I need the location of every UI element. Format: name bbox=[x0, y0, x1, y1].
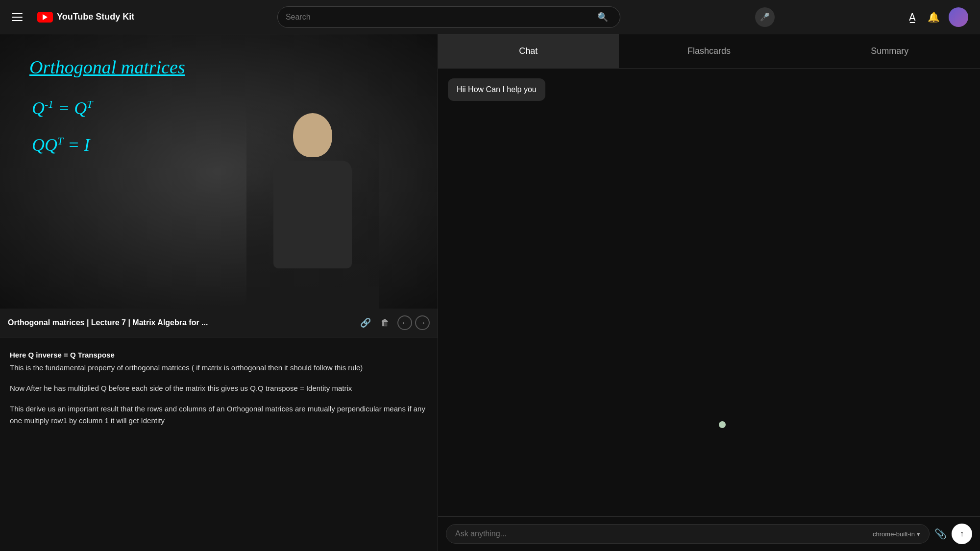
avatar[interactable] bbox=[949, 7, 968, 27]
app-title: YouTube Study Kit bbox=[57, 12, 134, 22]
chat-input[interactable] bbox=[455, 529, 868, 538]
search-icon: 🔍 bbox=[597, 12, 608, 22]
chat-input-bar: chrome-built-in ▾ 📎 ↑ bbox=[438, 516, 980, 551]
search-input[interactable] bbox=[286, 13, 593, 22]
main-content: Orthogonal matrices Q-1 = QT QQT = I Ort… bbox=[0, 34, 980, 551]
note-line-2: This is the fundamental property of orth… bbox=[10, 362, 428, 374]
copy-link-button[interactable]: 🔗 bbox=[358, 315, 373, 330]
chat-input-wrapper: chrome-built-in ▾ bbox=[446, 524, 930, 544]
bell-icon: 🔔 bbox=[928, 12, 940, 23]
nav-right-actions: A̲ 🔔 bbox=[906, 7, 968, 27]
attach-icon: 📎 bbox=[934, 528, 947, 539]
note-line-3: Now After he has multiplied Q before eac… bbox=[10, 383, 428, 394]
mic-icon: 🎤 bbox=[760, 12, 770, 22]
cursor-indicator bbox=[719, 421, 726, 428]
next-button[interactable]: → bbox=[415, 315, 430, 330]
video-title-bar: Orthogonal matrices | Lecture 7 | Matrix… bbox=[0, 309, 438, 337]
model-selector[interactable]: chrome-built-in ▾ bbox=[873, 530, 920, 538]
presenter-head bbox=[293, 113, 332, 157]
hamburger-menu-button[interactable] bbox=[12, 8, 29, 26]
microphone-button[interactable]: 🎤 bbox=[755, 7, 775, 27]
math-title: Orthogonal matrices bbox=[29, 56, 185, 78]
note-spacer-2 bbox=[10, 395, 428, 403]
chat-greeting-text: Hii How Can I help you bbox=[457, 85, 537, 94]
attach-button[interactable]: 📎 bbox=[934, 528, 947, 540]
top-navigation: YouTube Study Kit 🔍 🎤 A̲ 🔔 bbox=[0, 0, 980, 34]
video-background: Orthogonal matrices Q-1 = QT QQT = I bbox=[0, 34, 438, 309]
delete-button[interactable]: 🗑 bbox=[379, 316, 392, 330]
note-line-4: This derive us an important result that … bbox=[10, 403, 428, 427]
tab-flashcards-label: Flashcards bbox=[687, 46, 731, 56]
video-title: Orthogonal matrices | Lecture 7 | Matrix… bbox=[8, 318, 352, 327]
note-line-1: Here Q inverse = Q Transpose bbox=[10, 349, 428, 361]
next-arrow-icon: → bbox=[419, 319, 426, 327]
chat-greeting-bubble: Hii How Can I help you bbox=[448, 78, 545, 101]
tab-summary-label: Summary bbox=[871, 46, 908, 56]
tab-chat-label: Chat bbox=[519, 46, 538, 56]
presenter-body bbox=[273, 161, 352, 268]
notifications-button[interactable]: 🔔 bbox=[925, 8, 943, 26]
right-panel: Chat Flashcards Summary Hii How Can I he… bbox=[438, 34, 980, 551]
tabs-bar: Chat Flashcards Summary bbox=[438, 34, 980, 69]
trash-icon: 🗑 bbox=[381, 318, 390, 328]
title-actions: 🔗 🗑 ← → bbox=[358, 315, 430, 330]
youtube-logo-icon bbox=[37, 12, 53, 23]
translate-button[interactable]: A̲ bbox=[906, 8, 919, 26]
tab-summary[interactable]: Summary bbox=[799, 34, 980, 68]
prev-button[interactable]: ← bbox=[397, 315, 412, 330]
tab-chat[interactable]: Chat bbox=[438, 34, 619, 68]
search-container: 🔍 bbox=[277, 6, 620, 28]
send-button[interactable]: ↑ bbox=[952, 524, 972, 544]
search-button[interactable]: 🔍 bbox=[593, 10, 612, 24]
model-label: chrome-built-in bbox=[873, 530, 915, 538]
video-player: Orthogonal matrices Q-1 = QT QQT = I bbox=[0, 34, 438, 309]
nav-arrows: ← → bbox=[397, 315, 430, 330]
link-icon: 🔗 bbox=[360, 318, 371, 328]
note-spacer-1 bbox=[10, 375, 428, 383]
send-icon: ↑ bbox=[960, 529, 964, 538]
prev-arrow-icon: ← bbox=[401, 319, 408, 327]
presenter-figure bbox=[246, 103, 379, 309]
model-dropdown-icon: ▾ bbox=[917, 530, 920, 538]
translate-icon: A̲ bbox=[909, 12, 916, 23]
math-equation-2: QQT = I bbox=[32, 135, 90, 155]
logo-area: YouTube Study Kit bbox=[37, 12, 134, 23]
tab-flashcards[interactable]: Flashcards bbox=[619, 34, 800, 68]
notes-area: Here Q inverse = Q Transpose This is the… bbox=[0, 337, 438, 551]
left-panel: Orthogonal matrices Q-1 = QT QQT = I Ort… bbox=[0, 34, 438, 551]
math-equation-1: Q-1 = QT bbox=[32, 98, 93, 119]
chat-area: Hii How Can I help you bbox=[438, 69, 980, 516]
